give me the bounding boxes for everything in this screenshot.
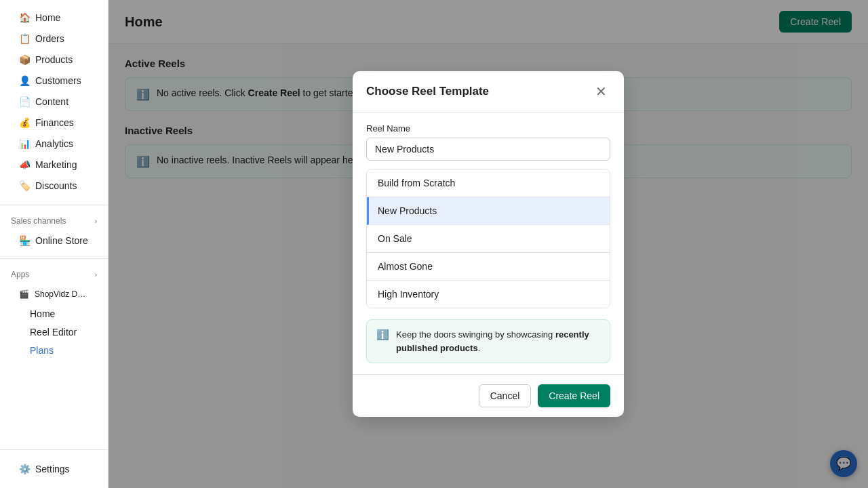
create-reel-dialog-button[interactable]: Create Reel (538, 384, 610, 407)
sidebar-divider-3 (0, 449, 108, 450)
content-icon: 📄 (19, 96, 30, 107)
sub-reel-editor-label: Reel Editor (30, 327, 77, 338)
template-item-new-products[interactable]: New Products (367, 197, 610, 225)
sidebar-item-home[interactable]: 🏠 Home (8, 7, 100, 28)
sidebar-item-label: Analytics (35, 138, 73, 149)
sidebar-item-discounts[interactable]: 🏷️ Discounts (8, 176, 100, 196)
main-content: Home Create Reel Active Reels ℹ️ No acti… (108, 0, 868, 488)
template-label: Build from Scratch (378, 178, 455, 188)
sidebar-item-label: Products (35, 54, 73, 65)
discounts-icon: 🏷️ (19, 180, 30, 191)
sidebar-item-shopvidz[interactable]: 🎬 ShopVidz Developm... (8, 284, 100, 304)
modal-overlay: Choose Reel Template ✕ Reel Name Build f… (108, 0, 868, 488)
analytics-icon: 📊 (19, 138, 30, 149)
sidebar-item-label: Orders (35, 33, 64, 44)
sub-home-label: Home (30, 308, 55, 319)
chevron-icon-2: › (95, 271, 97, 279)
sidebar-online-store-label: Online Store (35, 235, 88, 246)
sidebar-item-label: Finances (35, 117, 74, 128)
template-label: On Sale (378, 233, 412, 244)
apps-label: Apps (11, 270, 29, 279)
sidebar-item-customers[interactable]: 👤 Customers (8, 70, 100, 91)
chevron-icon: › (95, 218, 97, 225)
reel-name-label: Reel Name (366, 123, 610, 134)
template-item-almost-gone[interactable]: Almost Gone (367, 253, 610, 281)
cancel-button[interactable]: Cancel (479, 384, 532, 407)
sidebar-item-online-store[interactable]: 🏪 Online Store (8, 230, 100, 251)
sidebar-item-settings[interactable]: ⚙️ Settings (8, 459, 100, 479)
dialog-close-button[interactable]: ✕ (591, 82, 610, 101)
sidebar-item-products[interactable]: 📦 Products (8, 49, 100, 70)
sidebar-item-label: Home (35, 12, 60, 23)
orders-icon: 📋 (19, 33, 30, 44)
sidebar-item-marketing[interactable]: 📣 Marketing (8, 155, 100, 175)
home-icon: 🏠 (19, 12, 30, 23)
customers-icon: 👤 (19, 75, 30, 86)
sidebar-sub-item-reel-editor[interactable]: Reel Editor (8, 323, 100, 341)
dialog-title: Choose Reel Template (366, 85, 489, 98)
template-item-on-sale[interactable]: On Sale (367, 225, 610, 253)
template-label: New Products (378, 205, 437, 216)
dialog-info-box: ℹ️ Keep the doors swinging by showcasing… (366, 319, 610, 363)
dialog-body: Reel Name Build from Scratch New Product… (353, 113, 624, 374)
app-icon: 🎬 (19, 289, 29, 300)
settings-icon: ⚙️ (19, 464, 30, 474)
template-label: High Inventory (378, 289, 439, 300)
dialog-info-text: Keep the doors swinging by showcasing re… (396, 328, 600, 354)
reel-template-dialog: Choose Reel Template ✕ Reel Name Build f… (353, 71, 624, 417)
sidebar-divider-2 (0, 258, 108, 259)
sub-plans-label: Plans (30, 345, 54, 356)
sidebar-item-orders[interactable]: 📋 Orders (8, 28, 100, 49)
dialog-info-icon: ℹ️ (376, 329, 389, 341)
template-item-high-inventory[interactable]: High Inventory (367, 281, 610, 308)
apps-section[interactable]: Apps › (0, 264, 108, 282)
finances-icon: 💰 (19, 117, 30, 128)
template-label: Almost Gone (378, 261, 433, 272)
sales-channels-section[interactable]: Sales channels › (0, 211, 108, 228)
sidebar-divider (0, 205, 108, 205)
sidebar-item-label: Marketing (35, 159, 77, 170)
template-item-build-from-scratch[interactable]: Build from Scratch (367, 169, 610, 197)
dialog-header: Choose Reel Template ✕ (353, 71, 624, 113)
sidebar-sub-item-plans[interactable]: Plans (8, 342, 100, 359)
sidebar-item-label: Customers (35, 75, 81, 86)
sidebar-item-finances[interactable]: 💰 Finances (8, 113, 100, 133)
template-list: Build from Scratch New Products On Sale … (366, 169, 610, 308)
sidebar-bottom: ⚙️ Settings (0, 444, 108, 488)
marketing-icon: 📣 (19, 159, 30, 170)
sidebar: 🏠 Home 📋 Orders 📦 Products 👤 Customers 📄… (0, 0, 108, 488)
sidebar-item-content[interactable]: 📄 Content (8, 92, 100, 112)
sidebar-item-analytics[interactable]: 📊 Analytics (8, 134, 100, 154)
app-name: ShopVidz Developm... (35, 289, 89, 299)
reel-name-input[interactable] (366, 138, 610, 161)
store-icon: 🏪 (19, 235, 30, 246)
sidebar-item-label: Content (35, 96, 68, 107)
dialog-footer: Cancel Create Reel (353, 374, 624, 417)
sidebar-item-label: Discounts (35, 180, 77, 191)
settings-label: Settings (35, 464, 70, 474)
products-icon: 📦 (19, 54, 30, 65)
sidebar-sub-item-home[interactable]: Home (8, 305, 100, 323)
sales-channels-label: Sales channels (11, 216, 66, 226)
